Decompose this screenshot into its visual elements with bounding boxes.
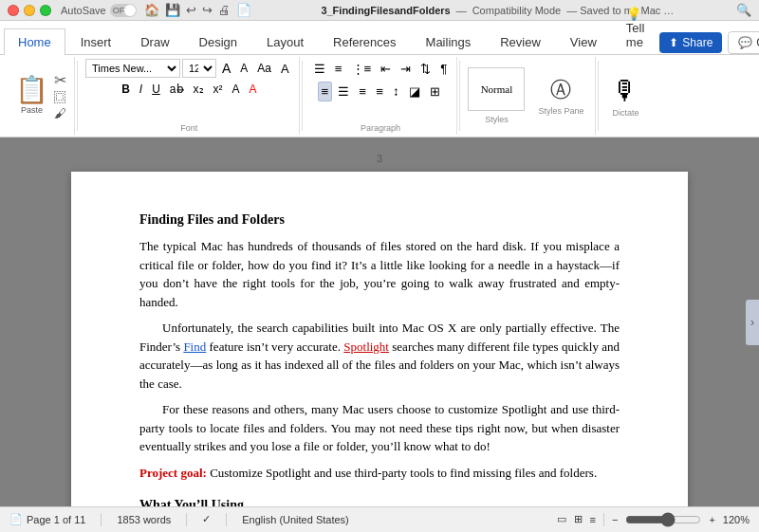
tab-mailings[interactable]: Mailings [412, 28, 486, 55]
page-icon: 📄 [9, 513, 23, 525]
dictate-label: Dictate [612, 106, 639, 118]
sort-button[interactable]: ⇅ [417, 59, 435, 79]
close-button[interactable] [8, 5, 19, 16]
styles-gallery[interactable]: Normal [468, 67, 525, 111]
redo-icon[interactable]: ↪ [202, 3, 213, 17]
line-spacing-button[interactable]: ↕ [389, 82, 403, 101]
copy-button[interactable]: ⿴ [54, 90, 66, 105]
zoom-minus[interactable]: − [612, 514, 618, 525]
dictate-group: 🎙 Dictate [601, 57, 650, 135]
subsection-heading: What You’ll Using [139, 495, 620, 506]
layout-icon-3[interactable]: ≡ [590, 514, 596, 525]
decrease-indent-button[interactable]: ⇤ [377, 59, 395, 79]
subscript-button[interactable]: x₂ [190, 81, 208, 98]
tab-layout[interactable]: Layout [252, 28, 318, 55]
borders-button[interactable]: ⊞ [426, 82, 444, 101]
minimize-button[interactable] [24, 5, 35, 16]
status-divider-1 [101, 513, 102, 526]
strikethrough-button[interactable]: ab̶ [166, 81, 188, 98]
spell-check-icon[interactable]: ✓ [202, 513, 211, 525]
document-page: Finding Files and Folders The typical Ma… [71, 172, 688, 506]
layout-icon-1[interactable]: ▭ [557, 513, 566, 525]
italic-button[interactable]: I [136, 81, 146, 98]
share-button[interactable]: ⬆ Share [659, 32, 722, 53]
paragraph-2: Unfortunately, the search capabilities b… [139, 319, 620, 393]
multilevel-list-button[interactable]: ⋮≡ [348, 59, 376, 79]
status-divider-2 [186, 513, 187, 526]
dictate-button[interactable]: 🎙 Dictate [606, 73, 644, 119]
align-right-button[interactable]: ≡ [355, 82, 370, 101]
bold-button[interactable]: B [118, 81, 134, 98]
save-icon[interactable]: 💾 [165, 3, 180, 17]
divider-1 [77, 61, 78, 131]
comments-button[interactable]: 💬 Comments [728, 31, 759, 54]
paste-button[interactable]: 📋 Paste [11, 75, 52, 117]
maximize-button[interactable] [40, 5, 51, 16]
zoom-plus[interactable]: + [709, 514, 714, 525]
change-case-button[interactable]: Aa [253, 60, 275, 77]
paragraph-1: The typical Mac has hundreds of thousand… [139, 237, 620, 311]
tab-tellme[interactable]: 💡 Tell me [612, 0, 659, 55]
grow-font-button[interactable]: A [218, 59, 234, 78]
tab-home[interactable]: Home [4, 28, 65, 55]
font-size-select[interactable]: 12 [182, 59, 216, 78]
styles-pane-button[interactable]: Ⓐ Styles Pane [532, 74, 589, 118]
align-left-button[interactable]: ≡ [318, 82, 333, 101]
show-formatting-button[interactable]: ¶ [436, 59, 451, 79]
share-label: Share [682, 36, 713, 49]
styles-group: Normal Styles Ⓐ Styles Pane [462, 57, 596, 135]
divider-2 [302, 61, 303, 131]
format-painter-button[interactable]: 🖌 [54, 106, 66, 121]
font-color-button[interactable]: A [277, 60, 293, 78]
highlight-button[interactable]: A [229, 81, 244, 98]
spotlight-link[interactable]: Spotlight [343, 339, 389, 354]
find-link[interactable]: Find [183, 339, 206, 354]
compatibility-mode: — [456, 5, 467, 16]
numbering-button[interactable]: ≡ [331, 59, 346, 79]
document-area: 3 Finding Files and Folders The typical … [0, 138, 759, 506]
zoom-slider[interactable] [625, 512, 701, 527]
shading-button[interactable]: ◪ [405, 82, 424, 101]
superscript-button[interactable]: x² [210, 81, 227, 98]
styles-label: Styles [485, 113, 509, 124]
tab-references[interactable]: References [319, 28, 410, 55]
collapse-panel-button[interactable]: › [746, 300, 759, 345]
home-icon[interactable]: 🏠 [144, 3, 159, 17]
shrink-font-button[interactable]: A [236, 60, 251, 77]
font-family-select[interactable]: Times New... [85, 59, 180, 78]
page-info-text: Page 1 of 11 [27, 514, 85, 525]
tab-view[interactable]: View [556, 28, 611, 55]
tab-insert[interactable]: Insert [66, 28, 126, 55]
align-center-button[interactable]: ☰ [334, 82, 353, 101]
ribbon-right-buttons: ⬆ Share 💬 Comments [659, 31, 759, 54]
increase-indent-button[interactable]: ⇥ [397, 59, 415, 79]
search-icon[interactable]: 🔍 [736, 3, 751, 17]
print-icon[interactable]: 🖨 [218, 3, 231, 17]
titlebar-icons: 🏠 💾 ↩ ↪ 🖨 📄 [144, 3, 251, 17]
layout-icon-2[interactable]: ⊞ [574, 513, 583, 525]
underline-button[interactable]: U [148, 81, 164, 98]
tab-design[interactable]: Design [185, 28, 251, 55]
para-row-1: ☰ ≡ ⋮≡ ⇤ ⇥ ⇅ ¶ [310, 59, 452, 79]
page-content: Finding Files and Folders The typical Ma… [139, 210, 620, 506]
page-number-display: 3 [377, 153, 382, 164]
tab-review[interactable]: Review [486, 28, 555, 55]
ribbon: Home Insert Draw Design Layout Reference… [0, 21, 759, 138]
undo-icon[interactable]: ↩ [186, 3, 196, 17]
divider-4 [598, 61, 599, 131]
clipboard-mini-buttons: ✂ ⿴ 🖌 [54, 71, 66, 120]
page-info: 📄 Page 1 of 11 [9, 513, 85, 525]
text-color-button[interactable]: A [246, 81, 261, 98]
paste-label: Paste [21, 105, 43, 115]
status-divider-4 [603, 513, 604, 526]
ribbon-tabs: Home Insert Draw Design Layout Reference… [0, 21, 759, 55]
chevron-right-icon: › [750, 316, 754, 329]
cut-button[interactable]: ✂ [54, 71, 66, 89]
document-icon[interactable]: 📄 [236, 3, 251, 17]
tab-draw[interactable]: Draw [126, 28, 183, 55]
mode-label: Compatibility Mode [472, 5, 562, 16]
bullets-button[interactable]: ☰ [310, 59, 329, 79]
section-heading: Finding Files and Folders [139, 210, 620, 229]
justify-button[interactable]: ≡ [372, 82, 387, 101]
autosave-toggle[interactable]: OFF [110, 4, 137, 17]
